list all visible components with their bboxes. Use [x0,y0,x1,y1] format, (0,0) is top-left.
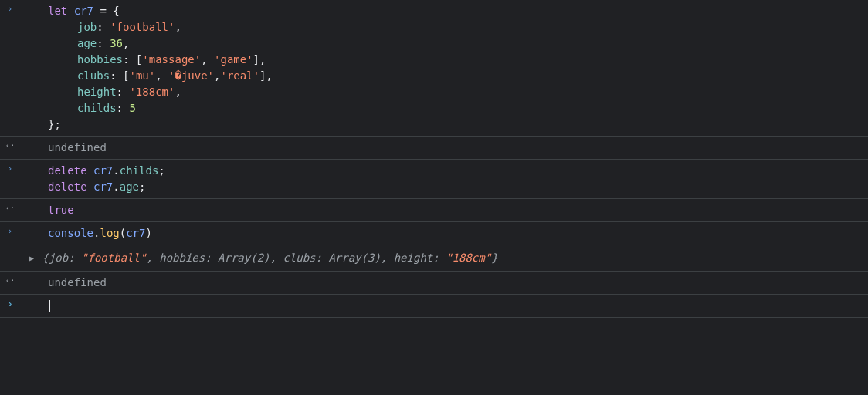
undefined-value: undefined [48,276,107,289]
code-line: }; [19,116,868,133]
variable: cr7 [126,227,145,239]
code-line: height: '188cm', [19,84,868,100]
console-output-entry: ‹· undefined [0,137,868,160]
variable: cr7 [93,181,113,193]
expand-arrow-icon[interactable]: ▶ [29,252,34,264]
variable: cr7 [93,164,113,177]
output-chevron-icon: ‹· [5,275,15,286]
string-value: '188cm' [129,86,175,98]
console-output-entry: ‹· true [0,199,868,222]
output-chevron-icon: ‹· [5,140,15,151]
string-value: 'football' [110,21,175,33]
prompt-chevron-icon: › [5,299,15,309]
number-value: 5 [129,102,135,114]
prop-key: age [120,181,139,193]
string-value: 'massage' [142,53,201,66]
code-line: childs: 5 [19,100,868,116]
console-input-entry[interactable]: › let cr7 = { job: 'football', age: 36, … [0,0,868,137]
code-line: console.log(cr7) [19,225,868,241]
input-chevron-icon: › [5,226,15,237]
number-value: 36 [110,37,123,49]
input-chevron-icon: › [5,164,15,174]
object-preview: {job: "football", hobbies: Array(2), clu… [42,252,497,264]
undefined-value: undefined [48,141,107,154]
code-line: delete cr7.childs; [19,163,868,179]
prop-key: clubs [77,69,110,82]
code-line: clubs: ['mu', '�juve','real'], [19,68,868,84]
variable: console [48,227,93,239]
prop-key: age [77,37,97,49]
input-chevron-icon: › [5,4,15,15]
string-value: '�juve' [168,69,214,82]
console-log-result[interactable]: ▶ {job: "football", hobbies: Array(2), c… [0,245,868,272]
prop-key: childs [77,102,117,114]
true-value: true [48,204,74,216]
code-line: let cr7 = { [19,3,868,19]
prop-key: job [77,21,97,33]
output-chevron-icon: ‹· [5,203,15,214]
keyword-delete: delete [48,181,87,193]
code-line: age: 36, [19,35,868,52]
code-line: hobbies: ['massage', 'game'], [19,52,868,68]
code-line: job: 'football', [19,19,868,35]
prop-key: height [77,86,117,98]
console-prompt[interactable]: › [0,295,868,318]
cursor [49,300,50,312]
console-output-entry: ‹· undefined [0,272,868,295]
brace: = { [93,5,120,17]
close-brace: }; [48,118,61,130]
keyword-delete: delete [48,164,87,177]
string-value: 'real' [220,69,259,82]
string-value: 'game' [214,53,253,66]
console-input-entry[interactable]: › delete cr7.childs; delete cr7.age; [0,160,868,199]
prop-key: hobbies [77,53,123,66]
keyword-let: let [48,5,67,17]
console-input-entry[interactable]: › console.log(cr7) [0,222,868,245]
variable: cr7 [74,5,93,17]
method-call: log [100,227,119,239]
prop-key: childs [120,164,159,177]
string-value: 'mu' [129,69,155,82]
code-line: delete cr7.age; [19,179,868,195]
